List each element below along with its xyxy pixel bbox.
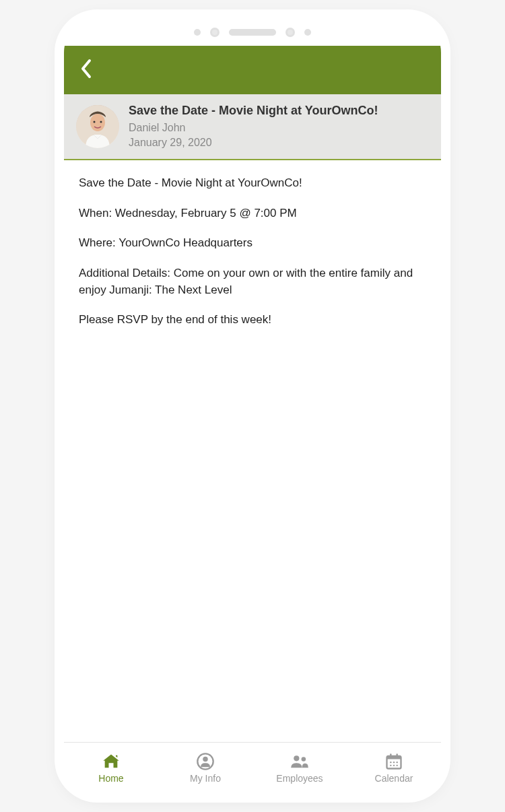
person-icon [196,752,215,771]
bottom-nav: Home My Info Employees [64,742,441,793]
svg-point-14 [397,762,398,763]
back-button[interactable] [79,58,92,83]
post-header: Save the Date - Movie Night at YourOwnCo… [64,94,441,160]
nav-employees[interactable]: Employees [252,743,347,793]
svg-point-5 [203,757,207,762]
nav-label: Calendar [375,773,413,784]
post-meta: Save the Date - Movie Night at YourOwnCo… [129,104,429,149]
post-date: January 29, 2020 [129,135,429,150]
svg-rect-10 [390,753,391,757]
svg-rect-11 [397,753,398,757]
svg-point-3 [100,121,102,123]
nav-label: Employees [276,773,323,784]
svg-point-6 [294,755,299,761]
body-line: Additional Details: Come on your own or … [79,265,426,298]
body-line: When: Wednesday, February 5 @ 7:00 PM [79,205,426,222]
body-line: Where: YourOwnCo Headquarters [79,235,426,252]
svg-point-13 [393,762,395,763]
nav-label: My Info [190,773,221,784]
phone-frame: Save the Date - Movie Night at YourOwnCo… [64,19,441,793]
app-header [64,46,441,94]
nav-label: Home [98,773,123,784]
people-icon [290,752,309,771]
post-author: Daniel John [129,121,429,135]
post-title: Save the Date - Movie Night at YourOwnCo… [129,104,429,118]
calendar-icon [384,752,403,771]
svg-point-12 [390,762,391,763]
body-line: Save the Date - Movie Night at YourOwnCo… [79,175,426,192]
svg-point-17 [397,765,398,766]
chevron-left-icon [79,58,92,79]
svg-point-2 [94,121,96,123]
body-line: Please RSVP by the end of this week! [79,312,426,329]
home-icon [102,752,121,771]
author-avatar[interactable] [76,105,119,148]
svg-rect-9 [387,756,401,759]
svg-point-15 [390,765,391,766]
post-body: Save the Date - Movie Night at YourOwnCo… [64,160,441,742]
nav-home[interactable]: Home [64,743,158,793]
svg-point-16 [393,765,395,766]
nav-my-info[interactable]: My Info [158,743,252,793]
svg-point-7 [302,757,306,762]
nav-calendar[interactable]: Calendar [347,743,441,793]
phone-top-hardware [64,19,441,46]
svg-point-1 [90,114,105,131]
